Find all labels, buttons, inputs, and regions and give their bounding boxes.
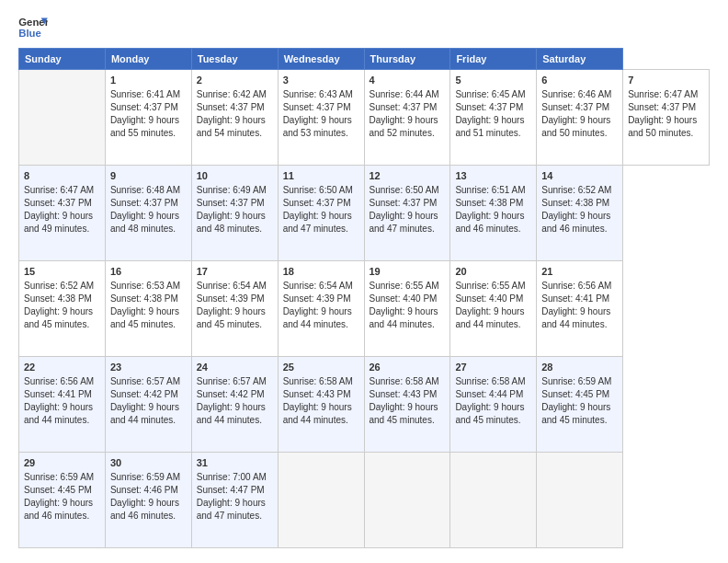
column-header-sunday: Sunday [19, 49, 106, 70]
calendar-cell: 12Sunrise: 6:50 AMSunset: 4:37 PMDayligh… [364, 166, 450, 261]
daylight-text: Daylight: 9 hours and 46 minutes. [24, 498, 93, 521]
calendar-cell: 16Sunrise: 6:53 AMSunset: 4:38 PMDayligh… [105, 261, 191, 357]
daylight-text: Daylight: 9 hours and 49 minutes. [24, 211, 93, 234]
daylight-text: Daylight: 9 hours and 44 minutes. [283, 402, 352, 425]
day-number: 1 [110, 74, 187, 87]
daylight-text: Daylight: 9 hours and 48 minutes. [197, 211, 266, 234]
sunrise-text: Sunrise: 6:47 AM [628, 89, 698, 99]
daylight-text: Daylight: 9 hours and 46 minutes. [541, 211, 610, 234]
calendar-cell: 9Sunrise: 6:48 AMSunset: 4:37 PMDaylight… [105, 166, 191, 261]
day-number: 16 [110, 265, 187, 279]
day-number: 8 [24, 169, 100, 183]
calendar-cell: 17Sunrise: 6:54 AMSunset: 4:39 PMDayligh… [191, 261, 278, 357]
daylight-text: Daylight: 9 hours and 44 minutes. [370, 306, 438, 329]
sunrise-text: Sunrise: 6:58 AM [370, 376, 439, 386]
calendar-cell: 31Sunrise: 7:00 AMSunset: 4:47 PMDayligh… [191, 453, 278, 548]
daylight-text: Daylight: 9 hours and 45 minutes. [24, 306, 93, 329]
sunset-text: Sunset: 4:37 PM [370, 102, 438, 112]
sunset-text: Sunset: 4:45 PM [24, 485, 92, 495]
daylight-text: Daylight: 9 hours and 46 minutes. [110, 498, 179, 521]
day-number: 27 [455, 361, 531, 374]
calendar-cell [537, 453, 623, 548]
calendar-cell: 7Sunrise: 6:47 AMSunset: 4:37 PMDaylight… [623, 70, 710, 166]
calendar-cell: 25Sunrise: 6:58 AMSunset: 4:43 PMDayligh… [278, 357, 364, 453]
sunset-text: Sunset: 4:41 PM [24, 389, 92, 399]
sunrise-text: Sunrise: 6:54 AM [197, 281, 267, 291]
sunrise-text: Sunrise: 6:50 AM [370, 185, 439, 195]
sunrise-text: Sunrise: 6:57 AM [197, 376, 267, 386]
calendar-cell [278, 453, 364, 548]
daylight-text: Daylight: 9 hours and 50 minutes. [628, 115, 697, 138]
calendar-cell: 26Sunrise: 6:58 AMSunset: 4:43 PMDayligh… [364, 357, 450, 453]
sunset-text: Sunset: 4:40 PM [370, 293, 438, 304]
daylight-text: Daylight: 9 hours and 44 minutes. [197, 402, 266, 425]
column-header-tuesday: Tuesday [191, 49, 278, 70]
sunrise-text: Sunrise: 6:54 AM [283, 281, 353, 291]
empty-cell [19, 70, 106, 166]
column-header-monday: Monday [105, 49, 191, 70]
day-number: 21 [541, 265, 618, 279]
sunrise-text: Sunrise: 6:55 AM [370, 281, 439, 291]
sunrise-text: Sunrise: 6:52 AM [24, 281, 94, 291]
calendar-cell: 29Sunrise: 6:59 AMSunset: 4:45 PMDayligh… [19, 453, 106, 548]
calendar-cell: 11Sunrise: 6:50 AMSunset: 4:37 PMDayligh… [278, 166, 364, 261]
calendar-cell: 30Sunrise: 6:59 AMSunset: 4:46 PMDayligh… [105, 453, 191, 548]
sunset-text: Sunset: 4:45 PM [541, 389, 609, 399]
sunset-text: Sunset: 4:41 PM [541, 293, 609, 304]
sunrise-text: Sunrise: 6:53 AM [110, 281, 180, 291]
day-number: 14 [541, 169, 618, 183]
sunrise-text: Sunrise: 6:57 AM [110, 376, 180, 386]
daylight-text: Daylight: 9 hours and 44 minutes. [110, 402, 179, 425]
daylight-text: Daylight: 9 hours and 54 minutes. [197, 115, 266, 138]
daylight-text: Daylight: 9 hours and 48 minutes. [110, 211, 179, 234]
day-number: 22 [24, 361, 100, 374]
daylight-text: Daylight: 9 hours and 50 minutes. [541, 115, 610, 138]
sunrise-text: Sunrise: 6:43 AM [283, 89, 353, 99]
calendar-cell: 8Sunrise: 6:47 AMSunset: 4:37 PMDaylight… [19, 166, 106, 261]
daylight-text: Daylight: 9 hours and 52 minutes. [370, 115, 438, 138]
logo: General Blue [18, 15, 48, 40]
calendar-cell: 15Sunrise: 6:52 AMSunset: 4:38 PMDayligh… [19, 261, 106, 357]
sunset-text: Sunset: 4:39 PM [197, 293, 265, 304]
svg-text:Blue: Blue [18, 28, 41, 39]
day-number: 23 [110, 361, 187, 374]
day-number: 6 [541, 74, 618, 87]
daylight-text: Daylight: 9 hours and 44 minutes. [541, 306, 610, 329]
day-number: 13 [455, 169, 531, 183]
sunrise-text: Sunrise: 6:51 AM [455, 185, 525, 195]
calendar-cell: 28Sunrise: 6:59 AMSunset: 4:45 PMDayligh… [537, 357, 623, 453]
calendar-table: SundayMondayTuesdayWednesdayThursdayFrid… [18, 48, 710, 548]
calendar-header-row: SundayMondayTuesdayWednesdayThursdayFrid… [19, 49, 710, 70]
sunset-text: Sunset: 4:37 PM [283, 198, 351, 208]
calendar-cell: 24Sunrise: 6:57 AMSunset: 4:42 PMDayligh… [191, 357, 278, 453]
daylight-text: Daylight: 9 hours and 47 minutes. [197, 498, 266, 521]
sunset-text: Sunset: 4:40 PM [455, 293, 523, 304]
calendar-cell: 4Sunrise: 6:44 AMSunset: 4:37 PMDaylight… [364, 70, 450, 166]
day-number: 18 [283, 265, 359, 279]
calendar-cell: 22Sunrise: 6:56 AMSunset: 4:41 PMDayligh… [19, 357, 106, 453]
sunset-text: Sunset: 4:37 PM [110, 198, 178, 208]
daylight-text: Daylight: 9 hours and 53 minutes. [283, 115, 352, 138]
day-number: 9 [110, 169, 187, 183]
sunrise-text: Sunrise: 6:59 AM [110, 472, 180, 482]
column-header-friday: Friday [450, 49, 537, 70]
daylight-text: Daylight: 9 hours and 55 minutes. [110, 115, 179, 138]
calendar-cell: 19Sunrise: 6:55 AMSunset: 4:40 PMDayligh… [364, 261, 450, 357]
sunrise-text: Sunrise: 7:00 AM [197, 472, 267, 482]
sunset-text: Sunset: 4:37 PM [541, 102, 609, 112]
calendar-cell: 6Sunrise: 6:46 AMSunset: 4:37 PMDaylight… [537, 70, 623, 166]
week-row-1: 1Sunrise: 6:41 AMSunset: 4:37 PMDaylight… [19, 70, 710, 166]
calendar-cell: 5Sunrise: 6:45 AMSunset: 4:37 PMDaylight… [450, 70, 537, 166]
sunrise-text: Sunrise: 6:41 AM [110, 89, 180, 99]
day-number: 30 [110, 456, 187, 470]
day-number: 12 [370, 169, 446, 183]
day-number: 4 [370, 74, 446, 87]
daylight-text: Daylight: 9 hours and 45 minutes. [541, 402, 610, 425]
sunrise-text: Sunrise: 6:48 AM [110, 185, 180, 195]
sunset-text: Sunset: 4:42 PM [197, 389, 265, 399]
sunset-text: Sunset: 4:38 PM [24, 293, 92, 304]
sunrise-text: Sunrise: 6:49 AM [197, 185, 267, 195]
sunrise-text: Sunrise: 6:47 AM [24, 185, 94, 195]
week-row-4: 22Sunrise: 6:56 AMSunset: 4:41 PMDayligh… [19, 357, 710, 453]
daylight-text: Daylight: 9 hours and 44 minutes. [455, 306, 524, 329]
